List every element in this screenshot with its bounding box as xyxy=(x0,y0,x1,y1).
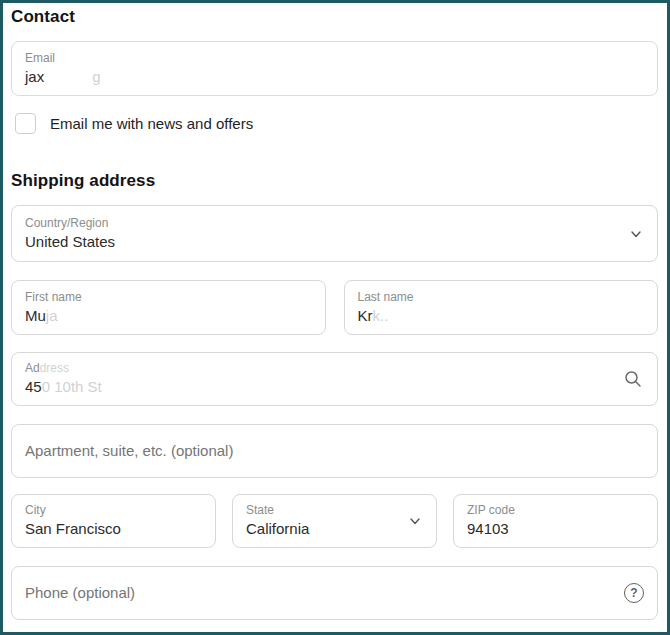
address-value: 450 10th St xyxy=(25,377,644,397)
name-row: First name Muja Last name Krk.. xyxy=(11,280,658,335)
state-value: California xyxy=(246,519,423,539)
email-label: Email xyxy=(25,51,644,67)
city-field[interactable]: City San Francisco xyxy=(11,494,216,548)
address-label-faded: dress xyxy=(40,361,69,375)
address-label: Address xyxy=(25,361,644,377)
country-select[interactable]: Country/Region United States xyxy=(11,205,658,262)
contact-heading: Contact xyxy=(11,7,658,27)
state-select[interactable]: State California xyxy=(232,494,437,548)
last-name-value: Krk.. xyxy=(358,306,645,326)
zip-value: 94103 xyxy=(467,519,644,539)
address-value-visible: 45 xyxy=(25,378,42,395)
city-value: San Francisco xyxy=(25,519,202,539)
checkout-form: Contact Email jaxg Email me with news an… xyxy=(0,0,670,635)
state-label: State xyxy=(246,503,423,519)
city-state-zip-row: City San Francisco State California ZIP … xyxy=(11,494,658,548)
shipping-heading: Shipping address xyxy=(11,171,658,191)
first-name-visible: Mu xyxy=(25,307,46,324)
phone-field[interactable]: Phone (optional) ? xyxy=(11,566,658,620)
first-name-field[interactable]: First name Muja xyxy=(11,280,326,335)
newsletter-label: Email me with news and offers xyxy=(50,115,253,132)
email-value-visible: jax xyxy=(25,68,44,85)
search-icon xyxy=(623,369,643,389)
apartment-placeholder: Apartment, suite, etc. (optional) xyxy=(25,441,644,461)
city-label: City xyxy=(25,503,202,519)
last-name-label: Last name xyxy=(358,290,645,306)
email-value: jaxg xyxy=(25,67,644,87)
zip-field[interactable]: ZIP code 94103 xyxy=(453,494,658,548)
email-field[interactable]: Email jaxg xyxy=(11,41,658,96)
newsletter-checkbox[interactable] xyxy=(15,113,36,134)
first-name-redacted: ja xyxy=(46,307,58,324)
address-field[interactable]: Address 450 10th St xyxy=(11,352,658,406)
apartment-field[interactable]: Apartment, suite, etc. (optional) xyxy=(11,424,658,478)
first-name-label: First name xyxy=(25,290,312,306)
email-value-redacted: g xyxy=(92,68,100,85)
newsletter-row: Email me with news and offers xyxy=(11,113,658,134)
last-name-visible: Kr xyxy=(358,307,373,324)
last-name-field[interactable]: Last name Krk.. xyxy=(344,280,659,335)
first-name-value: Muja xyxy=(25,306,312,326)
address-value-redacted: 0 10th St xyxy=(42,378,102,395)
chevron-down-icon xyxy=(629,227,643,241)
country-label: Country/Region xyxy=(25,216,644,232)
last-name-redacted: k.. xyxy=(373,307,389,324)
zip-label: ZIP code xyxy=(467,503,644,519)
help-icon[interactable]: ? xyxy=(624,583,644,603)
chevron-down-icon xyxy=(408,514,422,528)
country-value: United States xyxy=(25,232,644,252)
address-label-visible: Ad xyxy=(25,361,40,375)
phone-placeholder: Phone (optional) xyxy=(25,583,644,603)
